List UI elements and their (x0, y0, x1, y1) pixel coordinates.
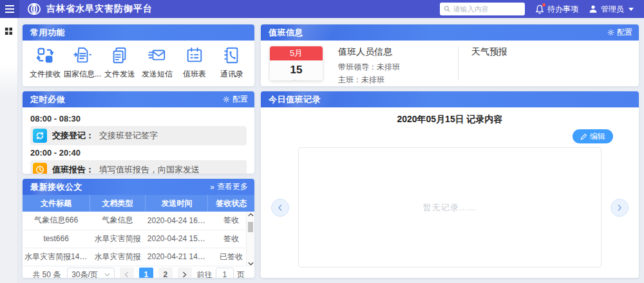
calendar-weekday: 星期五 (270, 77, 323, 80)
page-unit-label: 页 (237, 269, 245, 278)
func-file-receive[interactable]: 文件接收 (27, 46, 63, 80)
task-desc: 填写值班报告，向国家发送 (99, 164, 200, 174)
func-label: 通讯录 (220, 69, 243, 80)
table-header-row: 文件标题 文档类型 发送时间 签收状态 (23, 195, 254, 212)
today-record-title: 今日值班记录 (269, 94, 321, 105)
func-label: 值班表 (183, 69, 206, 80)
doc-title-link[interactable]: test666 (23, 230, 90, 248)
scroll-up-icon[interactable] (248, 213, 254, 217)
today-record-panel: 今日值班记录 2020年05月15日 记录内容 编辑 (261, 91, 639, 278)
page-button-1[interactable]: 1 (139, 268, 153, 278)
doc-title-link[interactable]: 气象信息666 (23, 212, 90, 230)
task-row-report[interactable]: 值班报告： 填写值班报告，向国家发送 (30, 160, 247, 174)
func-national-info[interactable]: 国家信息... (64, 46, 100, 80)
col-header-status: 签收状态 (208, 195, 254, 212)
chevron-left-icon (278, 204, 283, 212)
app-title: 吉林省水旱灾害防御平台 (46, 3, 153, 15)
doc-type: 气象信息 (90, 212, 145, 230)
doc-title-link[interactable]: 水旱灾害简报1417 (23, 248, 90, 266)
duty-config-link[interactable]: 配置 (607, 27, 632, 38)
goto-page-input[interactable] (216, 268, 234, 278)
doc-time: 2020-04-24 16:3... (146, 212, 208, 230)
doc-type: 水旱灾害简报 (90, 230, 145, 248)
edit-record-button[interactable]: 编辑 (573, 129, 613, 143)
user-label: 管理员 (601, 4, 624, 15)
search-box (440, 3, 525, 15)
send-sms-icon (147, 46, 167, 65)
report-clock-icon (33, 163, 47, 174)
func-label: 文件发送 (104, 69, 135, 80)
handover-icon (33, 129, 47, 143)
double-chevron-icon: » (210, 183, 214, 192)
menu-toggle-button[interactable] (0, 0, 19, 18)
weather-title: 天气预报 (471, 46, 507, 58)
common-functions-title: 常用功能 (30, 27, 65, 39)
empty-record-text: 暂无记录...... (423, 202, 477, 214)
left-sidebar (0, 18, 18, 283)
task-desc: 交接班登记签字 (99, 130, 158, 142)
bell-icon (535, 5, 544, 14)
doc-time: 2020-04-24 15:1... (146, 230, 208, 248)
pencil-icon (580, 133, 587, 140)
chevron-down-icon (104, 273, 110, 277)
func-label: 文件接收 (30, 69, 61, 80)
record-date-title: 2020年05月15日 记录内容 (270, 114, 630, 125)
prev-page-button[interactable] (120, 268, 134, 278)
page-button-2[interactable]: 2 (158, 268, 173, 278)
contacts-icon (222, 46, 242, 65)
task-row-handover[interactable]: 交接登记： 交接班登记签字 (30, 126, 247, 145)
todo-menu[interactable]: 待办事项 (535, 4, 578, 15)
hamburger-icon (5, 5, 15, 14)
user-icon (589, 5, 598, 14)
calendar-card: 5月 15 星期五 (270, 46, 323, 80)
chevron-down-icon (629, 8, 634, 11)
col-header-title: 文件标题 (23, 195, 90, 212)
table-row: 气象信息666 气象信息 2020-04-24 16:3... 签收 (23, 212, 254, 230)
received-docs-panel: 最新接收公文 » 查看更多 文件标题 文档类型 发送时间 (23, 179, 254, 278)
chevron-left-icon (124, 271, 129, 278)
search-input[interactable] (453, 5, 521, 13)
scheduled-tasks-panel: 定时必做 配置 08:00 - 08:30 交接登记： 交接班登记签字 (23, 91, 254, 174)
grid-icon (5, 27, 13, 35)
func-file-send[interactable]: 文件发送 (102, 46, 138, 80)
doc-time: 2020-04-21 14:1... (146, 248, 208, 266)
task-time: 08:00 - 08:30 (30, 114, 247, 123)
duty-leader: 带班领导：未排班 (338, 61, 454, 74)
vertical-divider (458, 46, 459, 80)
table-scrollbar[interactable] (246, 212, 254, 267)
apps-grid-button[interactable] (5, 27, 13, 35)
personnel-title: 值班人员信息 (338, 46, 454, 58)
func-send-sms[interactable]: 发送短信 (139, 46, 175, 80)
search-icon (444, 5, 451, 13)
file-send-icon (110, 46, 129, 65)
tasks-config-link[interactable]: 配置 (223, 94, 248, 105)
task-name: 交接登记： (52, 130, 94, 142)
calendar-month: 5月 (270, 46, 323, 60)
gear-icon (223, 96, 230, 103)
task-time: 20:00 - 20:40 (30, 148, 247, 158)
duty-roster-icon (185, 46, 204, 65)
received-docs-table: 文件标题 文档类型 发送时间 签收状态 气象信息666 气象信息 2020-04… (23, 195, 254, 266)
func-duty-roster[interactable]: 值班表 (176, 46, 213, 80)
total-count: 共 50 条 (32, 269, 61, 278)
col-header-type: 文档类型 (90, 195, 145, 212)
view-more-link[interactable]: » 查看更多 (210, 181, 248, 192)
carousel-prev-button[interactable] (271, 199, 289, 217)
national-info-icon (73, 46, 92, 65)
page-size-select[interactable]: 30条/页 (67, 268, 115, 278)
user-menu[interactable]: 管理员 (589, 4, 634, 15)
chevron-right-icon (182, 271, 187, 278)
func-contacts[interactable]: 通讯录 (214, 46, 250, 80)
scrollbar-thumb[interactable] (248, 222, 253, 232)
common-functions-panel: 常用功能 文件接收 国家信息... 文件发送 (23, 24, 254, 86)
scroll-down-icon[interactable] (248, 262, 254, 266)
gear-icon (607, 29, 614, 36)
duty-info-title: 值班信息 (269, 27, 303, 39)
record-content-box: 暂无记录...... (298, 147, 601, 268)
duty-info-panel: 值班信息 配置 5月 15 星期五 值班人员信息 带班领导：未排班 (261, 24, 639, 86)
task-name: 值班报告： (52, 164, 94, 174)
file-receive-icon (35, 46, 55, 65)
doc-type: 水旱灾害简报 (90, 248, 145, 266)
carousel-next-button[interactable] (611, 199, 629, 217)
next-page-button[interactable] (178, 268, 192, 278)
